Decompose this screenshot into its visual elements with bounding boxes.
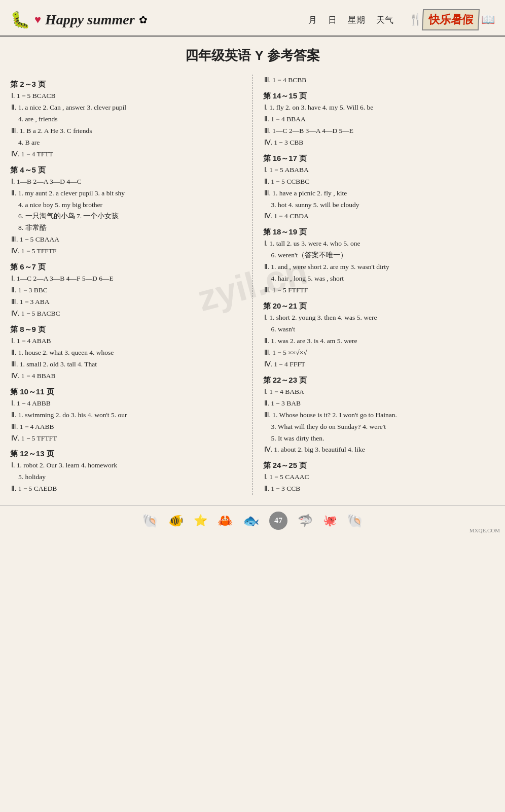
section-label: 第 18～19 页: [263, 227, 495, 237]
answer-line: Ⅱ. 1－4 BBAA: [264, 114, 495, 125]
answer-line: Ⅱ. 1－5 CCBBC: [264, 176, 495, 188]
section-label: 第 14～15 页: [263, 91, 495, 101]
book-icon: 📖: [481, 13, 495, 26]
answer-line: 4. a nice boy 5. my big brother: [18, 199, 242, 211]
answer-line: Ⅳ. 1－5 TFTFT: [11, 433, 242, 445]
section-label: 第 4～5 页: [10, 165, 242, 175]
answer-line: Ⅰ. 1. fly 2. on 3. have 4. my 5. Will 6.…: [264, 102, 495, 114]
answer-line: Ⅰ. 1. tall 2. us 3. were 4. who 5. one: [264, 238, 495, 250]
answer-line: Ⅳ. 1. about 2. big 3. beautiful 4. like: [264, 444, 495, 456]
answer-line: 4. are , friends: [18, 114, 242, 125]
answer-line: Ⅱ. 1－5 CAEDB: [11, 483, 242, 495]
answer-line: Ⅲ. 1－4 AABB: [11, 421, 242, 433]
answer-line: Ⅱ. 1. a nice 2. Can , answer 3. clever p…: [11, 102, 242, 114]
left-column: 第 2～3 页Ⅰ. 1－5 BCACBⅡ. 1. a nice 2. Can ,…: [10, 75, 253, 495]
page-header: 🐛 ♥ Happy summer ✿ 月 日 星期 天气 🍴 快乐暑假 📖: [0, 0, 505, 37]
answer-line: Ⅰ. 1－5 CAAAC: [264, 471, 495, 483]
answer-line: Ⅲ. 1－5 CBAAA: [11, 234, 242, 246]
answer-line: Ⅳ. 1－5 BACBC: [11, 308, 242, 320]
footer: 🐚 🐠 ⭐ 🦀 🐟 47 🦈 🐙 🐚 MXQE.COM: [0, 505, 505, 536]
answer-line: 5. holiday: [18, 471, 242, 483]
answer-line: Ⅱ. 1. and , were short 2. are my 3. wasn…: [264, 261, 495, 273]
section-label: 第 24～25 页: [263, 461, 495, 470]
answer-line: 5. It was dirty then.: [271, 433, 495, 445]
answer-line: Ⅳ. 1－4 FFFT: [264, 359, 495, 370]
header-fields: 月 日 星期 天气: [308, 14, 393, 26]
answer-line: 6. weren't（答案不唯一）: [271, 250, 495, 261]
bug-icon: 🐛: [10, 10, 30, 29]
answer-line: 8. 非常酷: [18, 222, 242, 234]
answer-line: Ⅰ. 1－5 BCACB: [11, 90, 242, 102]
section-label: 第 12～13 页: [10, 449, 242, 459]
answer-line: Ⅱ. 1－3 CCB: [264, 483, 495, 495]
answer-line: 6. wasn't: [271, 324, 495, 335]
answer-line: 6. 一只淘气的小鸟 7. 一个小女孩: [18, 211, 242, 222]
page-title: 四年级英语 Y 参考答案: [0, 37, 505, 70]
answer-line: 3. hot 4. sunny 5. will be cloudy: [271, 199, 495, 211]
answer-line: Ⅲ. 1－5 FTFTF: [264, 285, 495, 296]
answer-line: Ⅱ. 1－3 BAB: [264, 398, 495, 410]
answer-line: Ⅲ. 1. have a picnic 2. fly , kite: [264, 188, 495, 199]
answer-line: Ⅲ. 1－3 ABA: [11, 296, 242, 308]
answer-line: Ⅳ. 1－4 TFTT: [11, 149, 242, 160]
section-label: 第 16～17 页: [263, 154, 495, 163]
footer-logo: MXQE.COM: [470, 527, 500, 533]
answer-line: Ⅰ. 1－4 ABAB: [11, 335, 242, 347]
section-label: 第 8～9 页: [10, 325, 242, 334]
section-label: 第 22～23 页: [263, 376, 495, 385]
header-right: 🍴 快乐暑假 📖: [409, 9, 495, 30]
answer-line: Ⅱ. 1－3 BBC: [11, 285, 242, 296]
heart-icon: ♥: [34, 13, 41, 26]
field-month: 月: [308, 14, 317, 26]
answer-line: Ⅱ. 1. was 2. are 3. is 4. am 5. were: [264, 335, 495, 347]
flower-icon: ✿: [139, 14, 148, 26]
footer-icon-8: 🐚: [347, 513, 363, 529]
answer-line: Ⅰ. 1. short 2. young 3. then 4. was 5. w…: [264, 312, 495, 324]
answer-line: Ⅳ. 1－3 CBB: [264, 137, 495, 149]
footer-icon-5: 🐟: [243, 513, 259, 529]
answer-line: Ⅳ. 1－5 TFFTF: [11, 246, 242, 257]
section-label: 第 20～21 页: [263, 301, 495, 311]
answer-line: Ⅲ. 1. Whose house is it? 2. I won't go t…: [264, 410, 495, 421]
answer-line: Ⅰ. 1－4 BABA: [264, 386, 495, 398]
footer-icon-2: 🐠: [168, 514, 184, 528]
answer-line: 3. What will they do on Sunday? 4. were'…: [271, 421, 495, 433]
footer-icon-1: 🐚: [142, 513, 158, 529]
answer-line: Ⅰ. 1－5 ABABA: [264, 164, 495, 176]
answer-line: Ⅱ. 1. house 2. what 3. queen 4. whose: [11, 347, 242, 359]
answer-line: Ⅰ. 1—C 2—A 3—B 4—F 5—D 6—E: [11, 273, 242, 285]
footer-icon-4: 🦀: [218, 514, 233, 528]
section-label: 第 6～7 页: [10, 262, 242, 272]
header-left: 🐛 ♥ Happy summer ✿: [10, 10, 293, 29]
answer-line: Ⅳ. 1－4 CBDA: [264, 211, 495, 222]
answer-line: Ⅱ. 1. swimming 2. do 3. his 4. won't 5. …: [11, 410, 242, 421]
answer-line: Ⅰ. 1—B 2—A 3—D 4—C: [11, 176, 242, 188]
section-label: 第 10～11 页: [10, 387, 242, 397]
content-area: zyil.cn 第 2～3 页Ⅰ. 1－5 BCACBⅡ. 1. a nice …: [0, 70, 505, 500]
answer-line: Ⅲ. 1. small 2. old 3. tall 4. That: [11, 359, 242, 370]
footer-icon-6: 🦈: [298, 514, 313, 528]
footer-icon-7: 🐙: [323, 514, 337, 527]
answer-line: Ⅳ. 1－4 BBAB: [11, 370, 242, 382]
happy-summer-title: Happy summer: [45, 12, 135, 28]
section-label: 第 2～3 页: [10, 80, 242, 89]
answer-line: Ⅲ. 1—C 2—B 3—A 4—D 5—E: [264, 125, 495, 137]
page-number: 47: [269, 512, 287, 530]
answer-line: Ⅲ. 1－4 BCBB: [264, 75, 495, 86]
footer-icon-3: ⭐: [194, 514, 207, 527]
field-weather: 天气: [376, 14, 393, 26]
cup-icon: 🍴: [409, 13, 422, 26]
right-column: Ⅲ. 1－4 BCBB第 14～15 页Ⅰ. 1. fly 2. on 3. h…: [253, 75, 495, 495]
answer-line: Ⅲ. 1. B a 2. A He 3. C friends: [11, 125, 242, 137]
answer-line: Ⅰ. 1－4 ABBB: [11, 398, 242, 410]
answer-line: 4. hair , long 5. was , short: [271, 273, 495, 285]
answer-line: Ⅱ. 1. my aunt 2. a clever pupil 3. a bit…: [11, 188, 242, 199]
answer-line: Ⅲ. 1－5 ××√×√: [264, 347, 495, 359]
kuaile-badge: 快乐暑假: [422, 9, 480, 30]
answer-line: 4. B are: [18, 137, 242, 149]
field-day: 日: [328, 14, 337, 26]
field-weekday: 星期: [348, 14, 365, 26]
answer-line: Ⅰ. 1. robot 2. Our 3. learn 4. homework: [11, 460, 242, 471]
